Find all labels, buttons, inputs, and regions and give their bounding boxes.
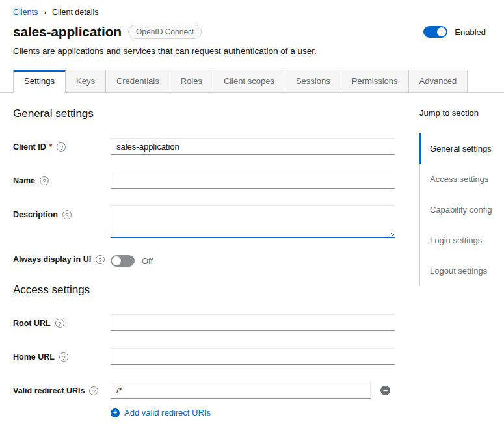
description-input[interactable] — [111, 205, 395, 238]
always-display-toggle[interactable] — [111, 255, 135, 267]
help-icon[interactable]: ? — [59, 352, 68, 362]
description-label-text: Description — [13, 210, 58, 219]
breadcrumb: Clients › Client details — [0, 0, 504, 17]
root-url-label: Root URL ? — [13, 314, 111, 328]
jump-to-section-nav: Jump to section General settings Access … — [419, 107, 501, 417]
tab-client-scopes[interactable]: Client scopes — [213, 70, 285, 92]
settings-form: General settings Client ID * ? Name ? D — [13, 107, 395, 417]
toggle-knob-icon — [112, 256, 121, 265]
client-details-page: Clients › Client details sales-applicati… — [0, 0, 504, 424]
always-display-label-text: Always display in UI — [13, 255, 91, 264]
root-url-label-text: Root URL — [13, 319, 51, 328]
tab-roles[interactable]: Roles — [170, 70, 213, 92]
plus-circle-icon: + — [111, 408, 120, 417]
jump-item-logout-settings[interactable]: Logout settings — [420, 256, 501, 286]
title-group: sales-application OpenID Connect — [13, 24, 202, 40]
tab-permissions[interactable]: Permissions — [341, 70, 409, 92]
name-row: Name ? — [13, 172, 395, 189]
name-label: Name ? — [13, 172, 111, 185]
help-icon[interactable]: ? — [96, 255, 105, 264]
home-url-label-text: Home URL — [13, 352, 55, 362]
remove-redirect-uri-icon[interactable]: − — [380, 386, 390, 395]
add-redirect-uri-label: Add valid redirect URIs — [124, 408, 211, 417]
always-display-state: Off — [142, 256, 153, 266]
description-label: Description ? — [13, 205, 111, 219]
tab-settings[interactable]: Settings — [13, 70, 66, 93]
home-url-row: Home URL ? — [13, 348, 395, 365]
toggle-knob-icon — [437, 27, 446, 36]
tab-sessions[interactable]: Sessions — [285, 70, 341, 92]
enabled-label: Enabled — [455, 27, 486, 37]
always-display-row: Always display in UI ? Off — [13, 255, 395, 267]
enabled-control: Enabled — [423, 26, 486, 38]
jump-item-access-settings[interactable]: Access settings — [420, 164, 501, 194]
redirect-uri-entry: − — [111, 382, 390, 399]
client-id-input[interactable] — [111, 138, 395, 155]
help-icon[interactable]: ? — [55, 319, 64, 328]
page-subtitle: Clients are applications and services th… — [13, 46, 491, 56]
jump-to-section-title: Jump to section — [419, 108, 501, 118]
valid-redirect-uris-row: Valid redirect URIs ? − + Add valid redi… — [13, 382, 395, 417]
root-url-input[interactable] — [111, 314, 395, 331]
client-id-label: Client ID * ? — [13, 138, 111, 152]
chevron-right-icon: › — [44, 8, 46, 16]
client-id-label-text: Client ID — [13, 142, 46, 152]
tab-keys[interactable]: Keys — [66, 70, 106, 92]
tab-bar: Settings Keys Credentials Roles Client s… — [0, 70, 504, 93]
page-header: sales-application OpenID Connect Enabled — [0, 17, 504, 40]
name-input[interactable] — [111, 172, 395, 189]
valid-redirect-uris-group: − + Add valid redirect URIs — [111, 382, 390, 417]
root-url-row: Root URL ? — [13, 314, 395, 331]
valid-redirect-uris-label-text: Valid redirect URIs — [13, 386, 85, 395]
tab-credentials[interactable]: Credentials — [106, 70, 170, 92]
required-indicator: * — [49, 142, 53, 152]
enabled-toggle[interactable] — [423, 26, 447, 38]
jump-item-login-settings[interactable]: Login settings — [420, 225, 501, 256]
name-label-text: Name — [13, 176, 35, 185]
add-redirect-uri-link[interactable]: + Add valid redirect URIs — [111, 408, 211, 417]
help-icon[interactable]: ? — [57, 142, 66, 152]
home-url-label: Home URL ? — [13, 348, 111, 362]
help-icon[interactable]: ? — [40, 176, 49, 185]
client-id-row: Client ID * ? — [13, 138, 395, 155]
always-display-label: Always display in UI ? — [13, 255, 111, 264]
description-row: Description ? — [13, 205, 395, 238]
access-settings-heading: Access settings — [13, 284, 395, 297]
tab-advanced[interactable]: Advanced — [409, 70, 468, 92]
breadcrumb-current: Client details — [52, 8, 99, 17]
home-url-input[interactable] — [111, 348, 395, 365]
jump-item-general-settings[interactable]: General settings — [419, 133, 501, 164]
breadcrumb-clients-link[interactable]: Clients — [13, 8, 38, 17]
general-settings-heading: General settings — [13, 107, 395, 120]
jump-list: General settings Access settings Capabil… — [419, 133, 501, 286]
protocol-badge: OpenID Connect — [128, 25, 202, 39]
valid-redirect-uri-input[interactable] — [111, 382, 371, 399]
always-display-control: Off — [111, 255, 153, 267]
valid-redirect-uris-label: Valid redirect URIs ? — [13, 382, 111, 395]
jump-item-capability-config[interactable]: Capability config — [420, 194, 501, 225]
help-icon[interactable]: ? — [89, 386, 98, 395]
settings-tab-content: General settings Client ID * ? Name ? D — [0, 93, 504, 417]
help-icon[interactable]: ? — [62, 210, 72, 219]
page-title: sales-application — [13, 24, 122, 40]
